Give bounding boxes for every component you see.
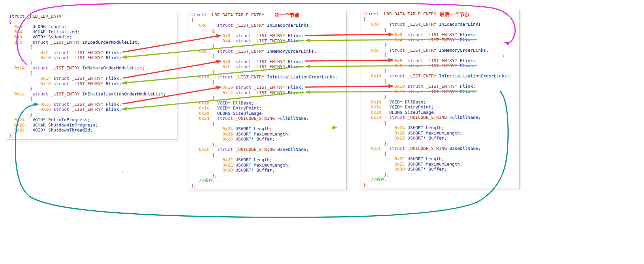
code-line: { [363, 27, 517, 32]
code-line: } [363, 42, 517, 48]
code-line: 0x24 VOID* EntryInProgress; [9, 117, 174, 122]
code-line: 0x8 struct _LIST_ENTRY* Flink; [363, 58, 517, 63]
code-line: }; [363, 172, 517, 177]
code-line: 0x26 USHORT MaximumLength; [363, 130, 517, 136]
diagram-stage: struct _PEB_LDR_DATA{ 0x0 ULONG Length; … [0, 0, 644, 264]
code-line: { [191, 80, 344, 85]
code-line: 0x2C USHORT Length; [363, 156, 517, 162]
code-line: 0x30 USHORT* Buffer; [191, 168, 344, 173]
code-line: { [191, 28, 344, 33]
code-line: 0xC struct _LIST_ENTRY* Flink; [9, 50, 174, 55]
code-line: 0x20 struct _LIST_ENTRY* Blink; [9, 107, 174, 112]
code-line: 0x0 struct _LIST_ENTRY* Flink; [191, 33, 344, 38]
code-line: 0x1c VOID* EntryPoint; [363, 104, 517, 110]
code-line: 0x0 struct _LIST_ENTRY InLoadOrderLinks; [191, 23, 344, 28]
code-line: 0x28 UCHAR ShutdownInProgress; [9, 122, 174, 128]
code-line: 0x30 USHORT* Buffer; [363, 167, 517, 172]
code-line: 0x2C struct _UNICODE_STRING BaseDllName; [191, 147, 344, 152]
code-line: { [363, 53, 517, 58]
struct-panel-peb-ldr-data: struct _PEB_LDR_DATA{ 0x0 ULONG Length; … [6, 12, 177, 140]
code-line: 0x14 struct _LIST_ENTRY* Blink; [191, 90, 344, 95]
code-line: } [191, 69, 344, 75]
code-line: } [363, 68, 517, 74]
code-line: 0x2E USHORT MaximumLength; [191, 163, 344, 168]
code-line: } [9, 60, 174, 66]
code-line: 0x14 struct _LIST_ENTRY* Blink; [363, 89, 517, 94]
code-line: } [191, 95, 344, 100]
code-line: 0x2c VOID* ShutdownThreadId; [9, 127, 174, 133]
code-line: 0x10 struct _LIST_ENTRY* Flink; [363, 84, 517, 89]
code-line: { [9, 71, 174, 76]
code-line: 0x10 struct _LIST_ENTRY* Blink; [9, 55, 174, 60]
code-line: 0x10 struct _LIST_ENTRY InInitialization… [191, 74, 344, 80]
code-line: { [9, 19, 174, 24]
code-line: { [191, 121, 344, 126]
code-line: 0x28 USHORT* Buffer; [191, 137, 344, 142]
code-line: }; [191, 173, 344, 178]
code-line: 0x14 struct _LIST_ENTRY InMemoryOrderMod… [9, 65, 174, 71]
code-line: { [191, 54, 344, 59]
code-line: } [191, 43, 344, 49]
code-line: { [363, 151, 517, 157]
code-line: struct _PEB_LDR_DATA [9, 14, 174, 19]
code-line: 0x2C struct _UNICODE_STRING BaseDllName; [363, 146, 517, 151]
code-line: 0x24 USHORT Length; [191, 126, 344, 131]
code-line: }; [191, 142, 344, 147]
code-line: 0x10 struct _LIST_ENTRY* Flink; [191, 85, 344, 90]
code-line: 0xc struct _LIST_ENTRY InLoadOrderModule… [9, 40, 174, 45]
label-first-node: 第一个节点 [275, 12, 300, 18]
struct-panel-ldr-entry-first: struct _LDR_DATA_TABLE_ENTRY{ 0x0 struct… [188, 11, 347, 190]
code-line: 0x24 struct _UNICODE_STRING FullDllName; [191, 116, 344, 121]
code-line: struct _LDR_DATA_TABLE_ENTRY [191, 12, 344, 18]
code-line: { [191, 18, 344, 23]
code-line: 0x0 ULONG Length; [9, 24, 174, 29]
code-line: 0x0 struct _LIST_ENTRY* Flink; [363, 32, 517, 37]
code-line: //省略。。。 [191, 178, 344, 183]
code-line: { [9, 96, 174, 102]
code-line: } [9, 86, 174, 91]
code-line: 0x8 struct _LIST_ENTRY* Flink; [191, 59, 344, 64]
code-line: 0xC struct _LIST_ENTRY* Blink; [363, 63, 517, 68]
code-line: 0x18 struct _LIST_ENTRY* Blink; [9, 81, 174, 86]
code-line: } [363, 94, 517, 99]
code-line: 0x2C USHORT Length; [191, 157, 344, 163]
code-line: //省略。。。 [363, 177, 517, 182]
code-line: { [363, 79, 517, 84]
code-line: 0x14 struct _LIST_ENTRY* Flink; [9, 76, 174, 81]
code-line: 0x26 USHORT MaximumLength; [191, 131, 344, 137]
code-line: }; [363, 182, 517, 188]
code-line: }; [9, 133, 174, 138]
code-line: 0x20 ULONG SizeOfImage; [363, 110, 517, 115]
code-line: 0x18 VOID* DllBase; [363, 99, 517, 105]
code-line: 0x0 struct _LIST_ENTRY InLoadOrderLinks; [363, 22, 517, 27]
code-line: 0x4 UCHAR Initialized; [9, 29, 174, 35]
code-line: { [191, 152, 344, 158]
code-line: 0x8 struct _LIST_ENTRY InMemoryOrderLink… [363, 48, 517, 53]
code-line: 0x10 struct _LIST_ENTRY InInitialization… [363, 73, 517, 79]
code-line: 0x1C struct _LIST_ENTRY* Flink; [9, 102, 174, 107]
code-line: 0x8 VOID* SsHandle; [9, 34, 174, 40]
code-line: 0x28 USHORT* Buffer; [363, 136, 517, 141]
struct-panel-ldr-entry-last: struct _LDR_DATA_TABLE_ENTRY{ 0x0 struct… [360, 10, 520, 189]
label-last-node: 最后一个节点 [440, 11, 470, 18]
code-line: 0x18 VOID* DllBase; [191, 100, 344, 106]
code-line: 0x24 struct _UNICODE_STRING FullDllName; [363, 115, 517, 120]
code-line: 0x8 struct _LIST_ENTRY InMemoryOrderLink… [191, 49, 344, 54]
stray-green-dot [123, 172, 124, 173]
code-line: 0x1c struct _LIST_ENTRY InInitialization… [9, 91, 174, 97]
code-line: }; [363, 141, 517, 146]
code-line: { [9, 45, 174, 50]
code-line: 0xC struct _LIST_ENTRY* Blink; [191, 64, 344, 69]
code-line: 0x4 struct _LIST_ENTRY* Blink; [363, 37, 517, 43]
code-line: 0x24 USHORT Length; [363, 125, 517, 130]
code-line: } [9, 112, 174, 117]
code-line: }; [191, 183, 344, 189]
code-line: 0x4 struct _LIST_ENTRY* Blink; [191, 38, 344, 44]
code-line: { [363, 120, 517, 125]
code-line: 0x20 ULONG SizeOfImage; [191, 111, 344, 116]
code-line: 0x1c VOID* EntryPoint; [191, 105, 344, 111]
code-line: 0x2E USHORT MaximumLength; [363, 162, 517, 167]
